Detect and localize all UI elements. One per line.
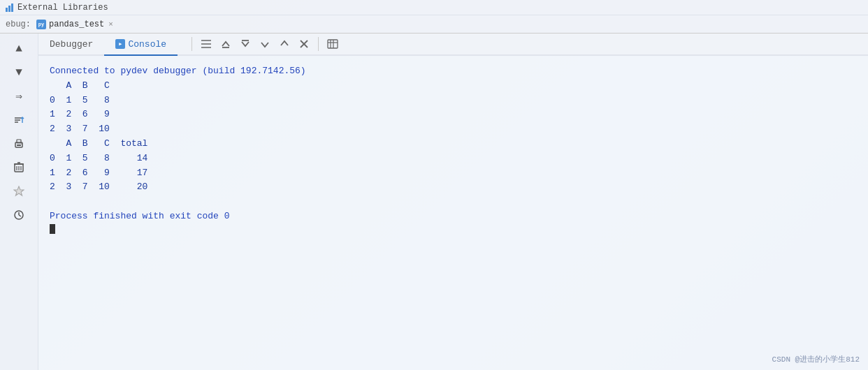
console-line-row4: 0 1 5 8 14 <box>50 151 857 166</box>
file-tab-label: pandas_test <box>49 20 104 29</box>
watermark: CSDN @进击的小学生812 <box>772 354 860 364</box>
cursor-blink <box>50 224 55 234</box>
sidebar-up-button[interactable]: ▲ <box>9 39 29 59</box>
console-line-header2: A B C total <box>50 137 857 151</box>
console-tab-icon <box>115 39 125 49</box>
close-tab-button[interactable]: × <box>108 20 113 29</box>
toolbar-separator-1 <box>191 37 192 51</box>
toolbar-table-button[interactable] <box>324 36 341 52</box>
sidebar-print-button[interactable] <box>9 134 29 154</box>
external-libraries-label: External Libraries <box>17 3 108 13</box>
console-line-connected: Connected to pydev debugger (build 192.7… <box>50 64 857 79</box>
tab-debugger[interactable]: Debugger <box>38 34 104 56</box>
toolbar-close-button[interactable] <box>296 36 312 52</box>
toolbar-down3-button[interactable] <box>256 36 273 52</box>
sidebar-star-button[interactable] <box>9 182 29 201</box>
py-file-icon: py <box>36 20 46 29</box>
toolbar-up2-button[interactable] <box>276 36 293 52</box>
file-tab[interactable]: py pandas_test × <box>36 20 113 29</box>
console-line-empty <box>50 195 857 209</box>
toolbar-up-button[interactable] <box>217 36 234 52</box>
sidebar-down-button[interactable]: ▼ <box>9 63 29 82</box>
console-line-header1: A B C <box>50 79 857 94</box>
svg-rect-6 <box>17 145 21 146</box>
tab-console[interactable]: Console <box>104 34 178 56</box>
console-line-row5: 1 2 6 9 17 <box>50 166 857 181</box>
console-line-row6: 2 3 7 10 20 <box>50 180 857 195</box>
toolbar-menu-button[interactable] <box>198 36 215 52</box>
svg-line-17 <box>19 215 21 216</box>
console-line-row3: 2 3 7 10 <box>50 122 857 137</box>
console-line-process: Process finished with exit code 0 <box>50 209 857 224</box>
sidebar-sort-button[interactable] <box>9 110 29 130</box>
lib-bar-icon <box>6 3 13 12</box>
console-output: Connected to pydev debugger (build 192.7… <box>38 56 868 370</box>
sidebar: ▲ ▼ ⇒ <box>0 34 38 370</box>
console-line-row1: 0 1 5 8 <box>50 94 857 108</box>
svg-point-7 <box>21 143 22 145</box>
console-cursor-line <box>50 224 857 234</box>
content-area: Debugger Console <box>38 34 868 370</box>
sidebar-delete-button[interactable] <box>9 158 29 177</box>
sidebar-clock-button[interactable] <box>9 205 29 225</box>
console-line-row2: 1 2 6 9 <box>50 108 857 122</box>
sidebar-redirect-button[interactable]: ⇒ <box>9 87 29 106</box>
debug-label: ebug: <box>6 20 31 29</box>
toolbar-separator-2 <box>318 37 319 51</box>
console-tab-label: Console <box>128 39 166 50</box>
external-libraries-bar: External Libraries <box>0 0 868 15</box>
tabs-bar: Debugger Console <box>38 34 868 56</box>
debug-bar: ebug: py pandas_test × <box>0 15 868 34</box>
svg-rect-25 <box>328 40 338 48</box>
debugger-tab-label: Debugger <box>50 39 93 50</box>
toolbar-down2-button[interactable] <box>237 36 254 52</box>
toolbar <box>183 36 347 52</box>
svg-marker-14 <box>14 186 24 195</box>
